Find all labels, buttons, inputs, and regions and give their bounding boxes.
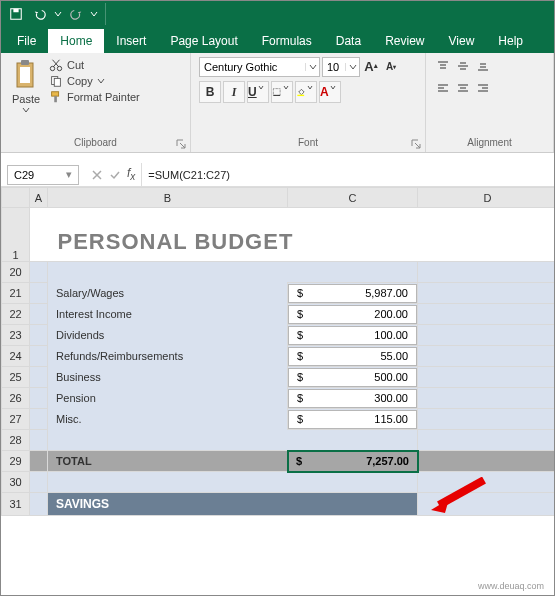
cell[interactable] (288, 472, 418, 493)
cut-button[interactable]: Cut (49, 57, 140, 73)
enter-icon[interactable] (109, 169, 121, 181)
chevron-down-icon[interactable]: ▾ (66, 168, 72, 181)
cell-amount[interactable]: $500.00 (288, 367, 418, 388)
fx-icon[interactable]: fx (127, 166, 135, 182)
row-header[interactable]: 29 (2, 451, 30, 472)
row-header[interactable]: 28 (2, 430, 30, 451)
cell-section[interactable]: SAVINGS (48, 493, 418, 516)
tab-home[interactable]: Home (48, 29, 104, 53)
save-button[interactable] (5, 3, 27, 25)
italic-button[interactable]: I (223, 81, 245, 103)
font-color-button[interactable]: A (319, 81, 341, 103)
cell[interactable] (288, 430, 418, 451)
cell[interactable] (418, 409, 556, 430)
cell[interactable] (30, 367, 48, 388)
row-header[interactable]: 30 (2, 472, 30, 493)
copy-button[interactable]: Copy (49, 73, 140, 89)
cell[interactable] (418, 283, 556, 304)
cell-amount[interactable]: $100.00 (288, 325, 418, 346)
cell[interactable] (418, 451, 556, 472)
fill-color-button[interactable] (295, 81, 317, 103)
redo-button[interactable] (65, 3, 87, 25)
tab-review[interactable]: Review (373, 29, 436, 53)
align-right-button[interactable] (474, 79, 492, 97)
cell-label[interactable]: Business (48, 367, 288, 388)
tab-help[interactable]: Help (486, 29, 535, 53)
cell[interactable] (48, 472, 288, 493)
align-left-button[interactable] (434, 79, 452, 97)
cell-amount[interactable]: $5,987.00 (288, 283, 418, 304)
cell-label[interactable]: Interest Income (48, 304, 288, 325)
cell[interactable] (418, 430, 556, 451)
row-header[interactable]: 21 (2, 283, 30, 304)
formula-bar[interactable]: =SUM(C21:C27) (142, 169, 554, 181)
cell[interactable] (418, 388, 556, 409)
undo-button[interactable] (29, 3, 51, 25)
row-header[interactable]: 20 (2, 262, 30, 283)
font-size-input[interactable] (323, 58, 345, 76)
cancel-icon[interactable] (91, 169, 103, 181)
select-all-corner[interactable] (2, 188, 30, 208)
font-size-combo[interactable] (322, 57, 360, 77)
align-middle-button[interactable] (454, 57, 472, 75)
bold-button[interactable]: B (199, 81, 221, 103)
cell[interactable] (30, 262, 48, 283)
clipboard-launcher[interactable] (175, 138, 187, 150)
cell-amount[interactable]: $300.00 (288, 388, 418, 409)
cell[interactable] (48, 430, 288, 451)
underline-button[interactable]: U (247, 81, 269, 103)
row-header[interactable]: 24 (2, 346, 30, 367)
row-header[interactable]: 31 (2, 493, 30, 516)
cell-label[interactable]: Misc. (48, 409, 288, 430)
row-header[interactable]: 23 (2, 325, 30, 346)
cell[interactable] (418, 304, 556, 325)
tab-formulas[interactable]: Formulas (250, 29, 324, 53)
col-header-a[interactable]: A (30, 188, 48, 208)
cell-amount[interactable]: $115.00 (288, 409, 418, 430)
cell[interactable] (30, 388, 48, 409)
format-painter-button[interactable]: Format Painter (49, 89, 140, 105)
chevron-down-icon[interactable] (305, 63, 319, 71)
cell[interactable] (418, 262, 556, 283)
row-header[interactable]: 1 (2, 208, 30, 262)
cell[interactable] (30, 451, 48, 472)
cell[interactable] (30, 325, 48, 346)
cell[interactable] (418, 325, 556, 346)
cell-total-label[interactable]: TOTAL (48, 451, 288, 472)
cell-label[interactable]: Salary/Wages (48, 283, 288, 304)
border-button[interactable] (271, 81, 293, 103)
row-header[interactable]: 25 (2, 367, 30, 388)
row-header[interactable]: 26 (2, 388, 30, 409)
cell[interactable] (288, 262, 418, 283)
cell[interactable] (418, 346, 556, 367)
cell[interactable] (30, 409, 48, 430)
increase-font-button[interactable]: A▴ (362, 57, 380, 75)
cell-title[interactable]: PERSONAL BUDGET (48, 208, 556, 262)
decrease-font-button[interactable]: A▾ (382, 57, 400, 75)
cell-label[interactable]: Dividends (48, 325, 288, 346)
col-header-c[interactable]: C (288, 188, 418, 208)
font-name-input[interactable] (200, 58, 305, 76)
col-header-b[interactable]: B (48, 188, 288, 208)
col-header-d[interactable]: D (418, 188, 556, 208)
align-center-button[interactable] (454, 79, 472, 97)
tab-file[interactable]: File (5, 29, 48, 53)
align-top-button[interactable] (434, 57, 452, 75)
cell-total-amount[interactable]: $7,257.00 (288, 451, 418, 472)
qat-customize[interactable] (89, 10, 99, 18)
cell-amount[interactable]: $55.00 (288, 346, 418, 367)
font-launcher[interactable] (410, 138, 422, 150)
cell[interactable] (30, 283, 48, 304)
cell[interactable] (418, 367, 556, 388)
name-box[interactable]: C29 ▾ (7, 165, 79, 185)
cell-label[interactable]: Refunds/Reimbursements (48, 346, 288, 367)
cell[interactable] (30, 208, 48, 262)
cell[interactable] (30, 493, 48, 516)
undo-dropdown[interactable] (53, 10, 63, 18)
cell[interactable] (30, 304, 48, 325)
cell[interactable] (48, 262, 288, 283)
cell[interactable] (30, 346, 48, 367)
cell[interactable] (30, 472, 48, 493)
tab-pagelayout[interactable]: Page Layout (158, 29, 249, 53)
row-header[interactable]: 27 (2, 409, 30, 430)
